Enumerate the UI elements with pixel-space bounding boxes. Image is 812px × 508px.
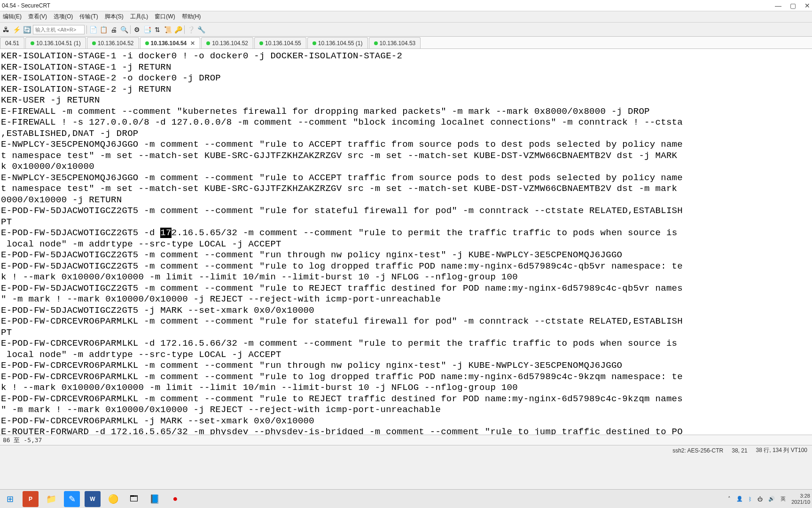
- windows-taskbar: ⊞ P 📁 ✎ W 🟡 🗔 📘 ● ˄ 👤 ᛒ ⏻ 🔊 英 3:28 2021/…: [0, 489, 812, 508]
- terminal-line: E-POD-FW-5DJACWOTIGCZ2GT5 -m comment --c…: [1, 206, 811, 217]
- reconnect-icon[interactable]: 🔄: [23, 25, 31, 34]
- status-dot-icon: [206, 41, 210, 45]
- menu-transfer[interactable]: 传输(T): [79, 13, 98, 21]
- window-title: 04.54 - SecureCRT: [2, 2, 50, 9]
- tray-bluetooth-icon[interactable]: ᛒ: [749, 496, 752, 502]
- terminal-line: " -m mark ! --mark 0x10000/0x10000 -j RE…: [1, 294, 811, 305]
- find-icon[interactable]: 🔍: [120, 25, 128, 34]
- terminal-line: k 0x10000/0x10000: [1, 161, 811, 173]
- terminal-line: 0000/0x10000 -j RETURN: [1, 195, 811, 206]
- app-blue-icon[interactable]: ✎: [64, 491, 80, 507]
- terminal-output[interactable]: KER-ISOLATION-STAGE-1 -i docker0 ! -o do…: [0, 49, 812, 435]
- terminal-line: KER-ISOLATION-STAGE-1 -i docker0 ! -o do…: [1, 51, 811, 62]
- tab-session-53[interactable]: 10.136.104.53: [369, 37, 421, 48]
- tray-ime[interactable]: 英: [781, 495, 786, 502]
- terminal-line: E-POD-FW-5DJACWOTIGCZ2GT5 -j MARK --set-…: [1, 305, 811, 317]
- minimize-button[interactable]: —: [775, 2, 781, 9]
- terminal-line: KER-ISOLATION-STAGE-2 -o docker0 -j DROP: [1, 73, 811, 84]
- terminal-line: KER-ISOLATION-STAGE-2 -j RETURN: [1, 84, 811, 95]
- file-explorer-icon[interactable]: 📁: [43, 491, 59, 507]
- terminal-line: ,ESTABLISHED,DNAT -j DROP: [1, 128, 811, 140]
- menu-window[interactable]: 窗口(W): [155, 13, 175, 21]
- terminal-line: E-POD-FW-5DJACWOTIGCZ2GT5 -m comment --c…: [1, 250, 811, 261]
- help-icon[interactable]: ❔: [187, 25, 195, 34]
- tab-session-52[interactable]: 10.136.104.52: [87, 37, 139, 48]
- tab-label: 10.136.104.55: [265, 40, 301, 47]
- tray-network-icon[interactable]: ⏻: [757, 496, 763, 502]
- terminal-line: E-POD-FW-5DJACWOTIGCZ2GT5 -d 172.16.5.65…: [1, 228, 811, 239]
- status-dot-icon: [374, 41, 378, 45]
- menubar: 编辑(E) 查看(V) 选项(O) 传输(T) 脚本(S) 工具(L) 窗口(W…: [0, 11, 812, 23]
- terminal-line: E-POD-FW-CDRCEVRO6PARMLKL -j MARK --set-…: [1, 416, 811, 427]
- toolbar-separator: [86, 25, 87, 34]
- transfer-icon[interactable]: ⇅: [153, 25, 162, 34]
- tab-label: 10.136.104.55 (1): [318, 40, 363, 47]
- terminal-line: t namespace test" -m set --match-set KUB…: [1, 151, 811, 162]
- tray-volume-icon[interactable]: 🔊: [768, 496, 775, 502]
- menu-tools[interactable]: 工具(L): [130, 13, 148, 21]
- status-terminal-size: 38 行, 134 列 VT100: [756, 446, 807, 454]
- terminal-line: E-POD-FW-CDRCEVRO6PARMLKL -d 172.16.5.66…: [1, 338, 811, 349]
- terminal-line: " -m mark ! --mark 0x10000/0x10000 -j RE…: [1, 405, 811, 416]
- terminal-line: local node" -m addrtype --src-type LOCAL…: [1, 349, 811, 361]
- tab-session-55-1[interactable]: 10.136.104.55 (1): [307, 37, 368, 48]
- print-icon[interactable]: 🖨: [109, 25, 118, 34]
- key-icon[interactable]: 🔑: [174, 25, 182, 34]
- tab-session-51-1[interactable]: 10.136.104.51 (1): [25, 37, 86, 48]
- terminal-line: E-NWPLCY-3E5CPENOMQJ6JGGO -m comment --c…: [1, 173, 811, 184]
- tools-icon[interactable]: 🔧: [197, 25, 205, 34]
- menu-script[interactable]: 脚本(S): [105, 13, 124, 21]
- terminal-line: KER-ISOLATION-STAGE-1 -j RETURN: [1, 62, 811, 73]
- quick-connect-icon[interactable]: ⚡: [12, 25, 21, 34]
- menu-edit[interactable]: 编辑(E): [3, 13, 22, 21]
- status-connection: ssh2: AES-256-CTR: [672, 447, 723, 454]
- window-titlebar: 04.54 - SecureCRT — ▢ ✕: [0, 0, 812, 11]
- host-input[interactable]: [33, 25, 85, 34]
- copy-icon[interactable]: 📄: [89, 25, 97, 34]
- options-icon[interactable]: ⚙: [133, 25, 141, 34]
- status-range: 86 至 -5,37: [3, 437, 42, 444]
- session-icon[interactable]: 📑: [143, 25, 151, 34]
- record-icon[interactable]: ●: [167, 491, 183, 507]
- menu-help[interactable]: 帮助(H): [182, 13, 201, 21]
- terminal-line: k ! --mark 0x10000/0x10000 -m limit --li…: [1, 382, 811, 394]
- tray-arrow-icon[interactable]: ˄: [728, 496, 731, 502]
- tab-session-52b[interactable]: 10.136.104.52: [201, 37, 253, 48]
- status-dot-icon: [312, 41, 316, 45]
- status-bar: ssh2: AES-256-CTR 38, 21 38 行, 134 列 VT1…: [0, 445, 812, 455]
- close-button[interactable]: ✕: [804, 2, 810, 9]
- powerpoint-icon[interactable]: P: [23, 491, 39, 507]
- terminal-line: E-FIREWALL -m comment --comment "kuberne…: [1, 106, 811, 118]
- terminal-line: PT: [1, 217, 811, 228]
- tab-session-54[interactable]: 10.136.104.54✕: [140, 37, 201, 48]
- clock-time[interactable]: 3:28: [800, 493, 810, 499]
- status-dot-icon: [92, 41, 96, 45]
- word-icon[interactable]: W: [85, 491, 101, 507]
- tab-label: 10.136.104.52: [212, 40, 248, 47]
- terminal-line: PT: [1, 327, 811, 339]
- terminal-line: E-POD-FW-CDRCEVRO6PARMLKL -m comment --c…: [1, 360, 811, 372]
- paste-icon[interactable]: 📋: [99, 25, 108, 34]
- status-bar-position: 86 至 -5,37: [0, 435, 812, 445]
- app-generic-icon[interactable]: 🗔: [126, 491, 142, 507]
- menu-view[interactable]: 查看(V): [28, 13, 47, 21]
- tab-label: 10.136.104.54: [151, 40, 187, 47]
- tray-people-icon[interactable]: 👤: [736, 496, 743, 502]
- tab-session-04-51[interactable]: 04.51: [0, 37, 24, 48]
- tab-label: 10.136.104.53: [380, 40, 416, 47]
- clock-date[interactable]: 2021/10: [791, 499, 810, 505]
- app-notes-icon[interactable]: 📘: [147, 491, 163, 507]
- start-button[interactable]: ⊞: [2, 491, 18, 507]
- tab-close-icon[interactable]: ✕: [190, 40, 195, 47]
- connect-icon[interactable]: 🖧: [2, 25, 10, 34]
- script-icon[interactable]: 📜: [164, 25, 172, 34]
- terminal-cursor: 17: [160, 228, 171, 238]
- toolbar: 🖧 ⚡ 🔄 📄 📋 🖨 🔍 ⚙ 📑 ⇅ 📜 🔑 ❔ 🔧: [0, 23, 812, 37]
- tab-label: 04.51: [5, 40, 19, 47]
- terminal-line: E-NWPLCY-3E5CPENOMQJ6JGGO -m comment --c…: [1, 139, 811, 151]
- terminal-line: k ! --mark 0x10000/0x10000 -m limit --li…: [1, 272, 811, 283]
- chrome-icon[interactable]: 🟡: [105, 491, 121, 507]
- menu-options[interactable]: 选项(O): [54, 13, 73, 21]
- maximize-button[interactable]: ▢: [790, 2, 796, 9]
- tab-session-55[interactable]: 10.136.104.55: [254, 37, 306, 48]
